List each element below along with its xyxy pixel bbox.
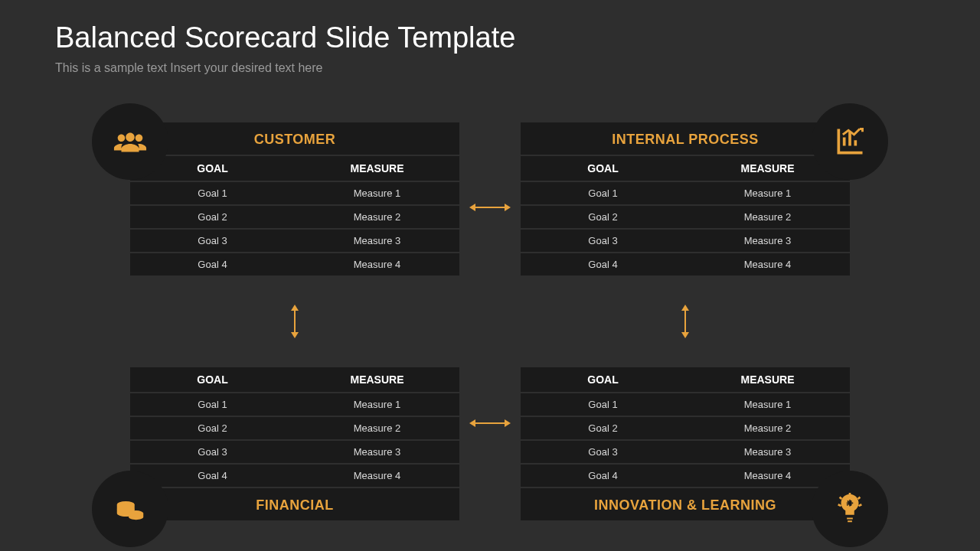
arrow-horizontal-icon [475, 422, 505, 424]
people-icon [113, 124, 148, 159]
quadrant-title: INTERNAL PROCESS [521, 122, 850, 156]
table-row: Goal 2Measure 2 [521, 416, 850, 440]
table-row: Goal 4Measure 4 [130, 253, 459, 276]
table-row: Goal 4Measure 4 [130, 464, 459, 487]
customer-badge [92, 103, 168, 180]
scorecard-grid: CUSTOMER GOALMEASURE Goal 1Measure 1 Goa… [130, 122, 850, 520]
table-row: Goal 2Measure 2 [130, 416, 459, 440]
quadrant-title: INNOVATION & LEARNING [521, 487, 850, 520]
quadrant-customer: CUSTOMER GOALMEASURE Goal 1Measure 1 Goa… [130, 122, 459, 276]
table-row: Goal 3Measure 3 [130, 229, 459, 253]
financial-badge [92, 471, 168, 547]
col-goal: GOAL [521, 367, 685, 393]
table-row: Goal 1Measure 1 [521, 181, 850, 205]
table-row: Goal 2Measure 2 [521, 205, 850, 229]
customer-table: GOALMEASURE Goal 1Measure 1 Goal 2Measur… [130, 156, 459, 276]
col-measure: MEASURE [685, 367, 850, 393]
table-row: Goal 1Measure 1 [130, 181, 459, 205]
quadrant-title: FINANCIAL [130, 487, 459, 520]
table-row: Goal 4Measure 4 [521, 253, 850, 276]
slide-title: Balanced Scorecard Slide Template [55, 21, 515, 54]
col-goal: GOAL [130, 367, 295, 393]
innovation-badge [812, 471, 888, 547]
table-row: Goal 1Measure 1 [521, 393, 850, 416]
table-row: Goal 3Measure 3 [521, 229, 850, 253]
arrow-horizontal-icon [475, 207, 505, 208]
col-measure: MEASURE [295, 367, 459, 393]
quadrant-internal-process: INTERNAL PROCESS GOALMEASURE Goal 1Measu… [521, 122, 850, 276]
quadrant-financial: GOALMEASURE Goal 1Measure 1 Goal 2Measur… [130, 367, 459, 520]
coins-icon [113, 491, 148, 527]
col-measure: MEASURE [295, 156, 459, 181]
lightbulb-gear-icon [832, 491, 867, 527]
table-row: Goal 2Measure 2 [130, 205, 459, 229]
quadrant-title: CUSTOMER [130, 122, 459, 156]
slide-subtitle: This is a sample text Insert your desire… [55, 61, 322, 75]
internal-process-table: GOALMEASURE Goal 1Measure 1 Goal 2Measur… [521, 156, 850, 276]
arrow-vertical-icon [294, 310, 296, 333]
internal-process-badge [812, 103, 888, 180]
financial-table: GOALMEASURE Goal 1Measure 1 Goal 2Measur… [130, 367, 459, 487]
table-row: Goal 1Measure 1 [130, 393, 459, 416]
col-goal: GOAL [521, 156, 685, 181]
table-row: Goal 3Measure 3 [130, 440, 459, 464]
arrow-vertical-icon [684, 310, 686, 333]
quadrant-innovation-learning: GOALMEASURE Goal 1Measure 1 Goal 2Measur… [521, 367, 850, 520]
table-row: Goal 4Measure 4 [521, 464, 850, 487]
bar-chart-icon [833, 125, 867, 158]
table-row: Goal 3Measure 3 [521, 440, 850, 464]
innovation-table: GOALMEASURE Goal 1Measure 1 Goal 2Measur… [521, 367, 850, 487]
